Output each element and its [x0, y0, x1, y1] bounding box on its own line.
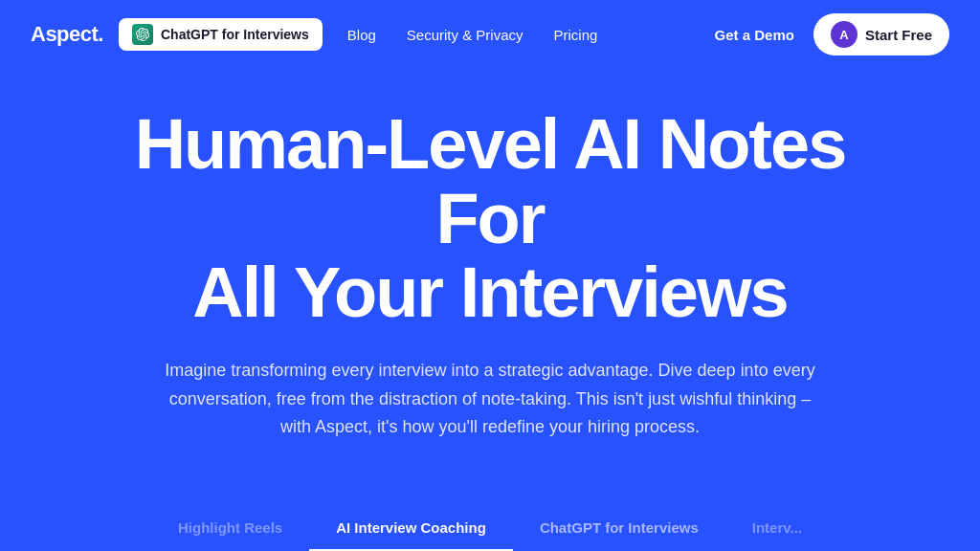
hero-title-line2: All Your Interviews	[192, 253, 787, 332]
nav-blog[interactable]: Blog	[334, 19, 390, 51]
hero-section: Human-Level AI Notes For All Your Interv…	[0, 69, 980, 476]
hero-title: Human-Level AI Notes For All Your Interv…	[98, 107, 882, 330]
start-free-label: Start Free	[865, 27, 932, 43]
chatgpt-pill-icon	[132, 24, 153, 45]
get-demo-button[interactable]: Get a Demo	[700, 19, 810, 51]
hero-title-line1: Human-Level AI Notes For	[135, 104, 846, 258]
nav-security[interactable]: Security & Privacy	[393, 19, 537, 51]
logo[interactable]: Aspect.	[31, 22, 103, 47]
start-free-avatar: A	[831, 21, 858, 48]
tab-coaching[interactable]: AI Interview Coaching	[309, 506, 513, 551]
tab-chatgpt[interactable]: ChatGPT for Interviews	[513, 506, 725, 551]
navbar: Aspect. ChatGPT for Interviews Blog Secu…	[0, 0, 980, 69]
bottom-tabs: Highlight Reels AI Interview Coaching Ch…	[0, 506, 980, 551]
tab-reels[interactable]: Highlight Reels	[151, 506, 309, 551]
nav-pricing[interactable]: Pricing	[541, 19, 612, 51]
tab-interview[interactable]: Interv...	[725, 506, 829, 551]
chatgpt-pill-label: ChatGPT for Interviews	[161, 27, 309, 42]
start-free-button[interactable]: A Start Free	[813, 13, 949, 55]
chatgpt-pill[interactable]: ChatGPT for Interviews	[119, 18, 323, 51]
hero-subtitle: Imagine transforming every interview int…	[165, 357, 815, 442]
